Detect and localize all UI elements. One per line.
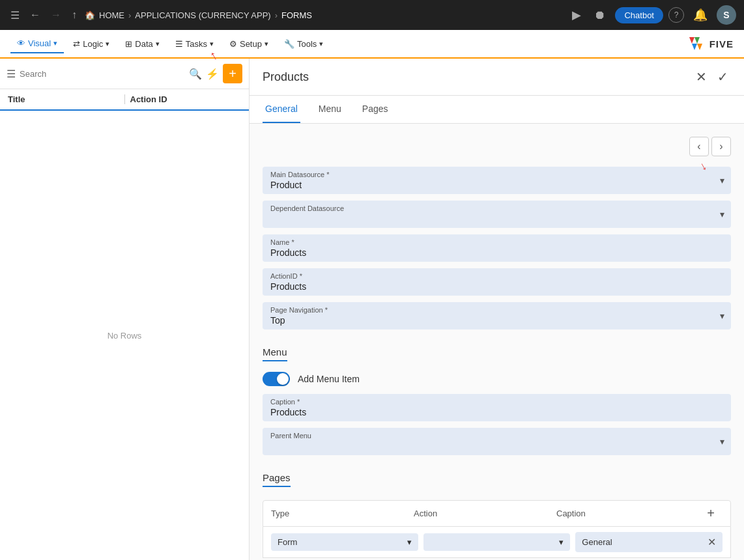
action-column-header: Action ID <box>130 94 242 104</box>
panel-header: Products ✕ ✓ <box>250 59 744 96</box>
chevron-down-icon: ▾ <box>265 40 268 48</box>
search-icon[interactable]: 🔍 <box>189 68 202 80</box>
tools-button[interactable]: 🔧 Tools ▾ <box>278 35 330 53</box>
page-navigation-value: Top <box>270 315 285 326</box>
toggle-knob <box>277 373 289 385</box>
lightning-icon[interactable]: ⚡ ↓ <box>206 68 219 80</box>
add-menu-item-toggle[interactable] <box>263 372 290 386</box>
breadcrumb-sep2: › <box>275 10 278 20</box>
close-icon[interactable]: ✕ <box>693 66 709 87</box>
page-navigation-field: Page Navigation * Top ▾ <box>263 302 731 329</box>
page-navigation-dropdown-icon[interactable]: ▾ <box>720 311 724 321</box>
main-layout: ☰ 🔍 ⚡ ↓ + Title Action ID No Rows Produc… <box>0 59 744 560</box>
main-datasource-value: Product <box>270 180 302 190</box>
tabs-bar: General Menu Pages <box>250 96 744 124</box>
header-actions: ✕ ✓ <box>693 66 731 87</box>
caption-label: Caption * <box>270 398 723 406</box>
visual-button[interactable]: 👁 Visual ▾ <box>10 35 64 53</box>
next-arrow-button[interactable]: › <box>711 137 731 156</box>
svg-marker-0 <box>689 37 694 44</box>
column-divider <box>124 94 125 104</box>
logic-icon: ⇄ <box>73 39 80 49</box>
data-button[interactable]: ⊞ Data ▾ <box>119 35 165 53</box>
svg-marker-1 <box>694 37 700 44</box>
action-select[interactable]: ▾ <box>423 533 571 551</box>
svg-marker-2 <box>692 44 697 50</box>
tools-icon: 🔧 <box>284 39 294 49</box>
prev-arrow-button[interactable]: ‹ <box>689 137 709 156</box>
action-id-field: ActionID * Products <box>263 268 731 296</box>
chevron-down-icon: ▾ <box>53 39 57 48</box>
tab-menu[interactable]: Menu <box>316 96 344 123</box>
right-panel: Products ✕ ✓ General Menu Pages ‹ › Main… <box>250 59 744 560</box>
menu-icon[interactable]: ☰ <box>8 7 22 24</box>
home-label[interactable]: HOME <box>99 10 124 20</box>
action-id-label: ActionID * <box>270 272 723 280</box>
tasks-button[interactable]: ☰ Tasks ▾ <box>169 35 220 53</box>
parent-menu-field: Parent Menu ▾ <box>263 428 731 455</box>
logic-button[interactable]: ⇄ Logic ▾ <box>66 35 116 53</box>
forward-icon[interactable]: → <box>48 7 64 23</box>
page-navigation-label: Page Navigation * <box>270 306 723 314</box>
forms-label[interactable]: FORMS <box>281 10 312 20</box>
check-icon[interactable]: ✓ <box>715 66 731 87</box>
chevron-down-icon: ▾ <box>156 40 160 48</box>
back-icon[interactable]: ← <box>27 7 43 23</box>
panel-title: Products <box>263 70 693 84</box>
dependent-datasource-label: Dependent Datasource <box>270 204 723 212</box>
left-panel: ☰ 🔍 ⚡ ↓ + Title Action ID No Rows <box>0 59 250 560</box>
app-label[interactable]: APPLICATIONS (CURRENCY APP) <box>135 10 270 20</box>
add-page-icon[interactable]: + <box>707 506 715 521</box>
filter-icon[interactable]: ☰ <box>7 68 16 80</box>
grid-icon: ⊞ <box>125 39 132 49</box>
parent-menu-dropdown-icon[interactable]: ▾ <box>720 436 724 447</box>
breadcrumb: 🏠 HOME › APPLICATIONS (CURRENCY APP) › F… <box>85 10 312 20</box>
pages-table-header: Type Action Caption + <box>263 500 731 527</box>
action-column-header-pages: Action <box>414 509 556 518</box>
action-dropdown-icon: ▾ <box>559 537 564 547</box>
dependent-datasource-value <box>270 214 273 224</box>
tab-pages[interactable]: Pages <box>360 96 391 123</box>
add-menu-item-label: Add Menu Item <box>298 374 360 384</box>
chevron-down-icon: ▾ <box>106 40 109 48</box>
avatar[interactable]: S <box>717 5 736 25</box>
up-icon[interactable]: ↑ <box>69 7 79 23</box>
no-rows-message: No Rows <box>0 111 249 560</box>
main-datasource-dropdown-icon[interactable]: ↓ ▾ <box>720 175 724 186</box>
tab-general[interactable]: General <box>263 96 300 123</box>
type-cell: Form ▾ <box>271 533 418 551</box>
eye-icon: 👁 <box>17 38 25 48</box>
chatbot-button[interactable]: Chatbot <box>615 7 663 23</box>
name-value: Products <box>270 247 306 258</box>
add-button[interactable]: + <box>223 64 242 83</box>
setup-button[interactable]: ⚙ Setup ▾ <box>223 35 275 53</box>
pages-section: Type Action Caption + Form ▾ <box>263 500 731 558</box>
logo-icon <box>687 36 708 51</box>
search-input[interactable] <box>20 69 185 79</box>
type-select[interactable]: Form ▾ <box>271 533 418 551</box>
caption-column-header: Caption <box>556 509 699 518</box>
type-value: Form <box>278 537 297 547</box>
help-icon[interactable]: ? <box>668 7 684 23</box>
type-column-header: Type <box>271 509 414 518</box>
caption-value: Products <box>270 407 306 417</box>
main-datasource-field: Main Datasource * Product ↓ ▾ <box>263 167 731 194</box>
clear-caption-button[interactable]: ✕ <box>708 536 716 548</box>
add-menu-item-row: Add Menu Item <box>263 372 731 386</box>
pages-row: Form ▾ ▾ General ✕ <box>263 527 731 558</box>
caption-cell-value: General <box>582 537 612 547</box>
svg-marker-3 <box>697 44 702 50</box>
breadcrumb-sep1: › <box>128 10 131 20</box>
home-icon: 🏠 <box>85 10 95 20</box>
table-header: Title Action ID <box>0 89 249 111</box>
top-navigation: ☰ ← → ↑ 🏠 HOME › APPLICATIONS (CURRENCY … <box>0 0 744 30</box>
caption-text-field[interactable]: General ✕ <box>575 532 723 552</box>
search-bar: ☰ 🔍 ⚡ ↓ + <box>0 59 249 89</box>
bell-icon[interactable]: 🔔 <box>689 5 711 25</box>
form-content: ‹ › Main Datasource * Product ↓ ▾ Depend… <box>250 124 744 560</box>
record-icon[interactable]: ⏺ <box>590 6 610 25</box>
play-icon[interactable]: ▶ <box>568 5 585 25</box>
dependent-datasource-dropdown-icon[interactable]: ▾ <box>720 209 724 219</box>
title-column-header: Title <box>8 94 119 104</box>
name-field: Name * Products <box>263 234 731 262</box>
